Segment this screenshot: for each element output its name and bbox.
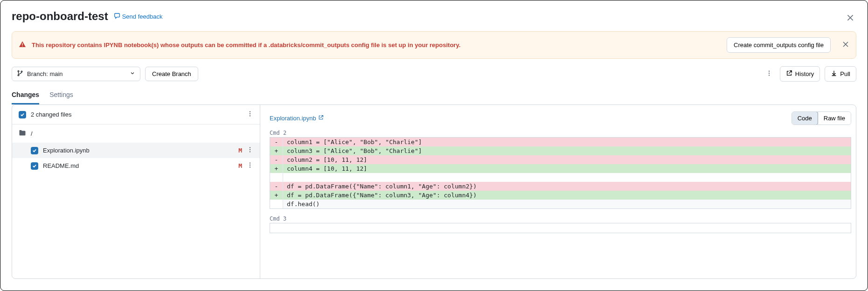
close-dialog-button[interactable] xyxy=(846,14,854,23)
file-row[interactable]: Exploration.ipynb M xyxy=(12,143,260,158)
branch-picker[interactable]: Branch: main xyxy=(12,67,140,81)
open-file-link[interactable]: Exploration.ipynb xyxy=(270,115,324,122)
root-folder-label: / xyxy=(31,130,33,137)
svg-point-6 xyxy=(769,73,770,74)
folder-icon xyxy=(19,129,26,138)
git-branch-icon xyxy=(17,70,23,78)
file-checkbox[interactable] xyxy=(31,162,38,170)
create-branch-button[interactable]: Create Branch xyxy=(145,67,198,81)
file-row[interactable]: README.md M xyxy=(12,158,260,173)
diff-line: -column1 = ["Alice", "Bob", "Charlie"] xyxy=(270,138,851,146)
kebab-icon xyxy=(247,111,253,117)
diff-line: +column4 = [10, 11, 12] xyxy=(270,164,851,173)
svg-point-5 xyxy=(769,70,770,71)
file-status-badge: M xyxy=(238,147,242,154)
history-button[interactable]: History xyxy=(780,66,820,82)
history-label: History xyxy=(795,70,814,77)
diff-line: +df = pd.DataFrame({"Name": column3, "Ag… xyxy=(270,191,851,200)
svg-point-9 xyxy=(250,113,250,114)
file-checkbox[interactable] xyxy=(31,147,38,154)
comment-icon xyxy=(114,13,120,21)
external-link-icon xyxy=(786,70,792,78)
diff-line: df.head() xyxy=(270,200,851,208)
kebab-icon xyxy=(766,70,772,76)
diff-line: +column3 = ["Alice", "Bob", "Charlie"] xyxy=(270,146,851,155)
file-more-button[interactable] xyxy=(247,162,253,170)
svg-point-13 xyxy=(250,151,250,152)
file-status-badge: M xyxy=(238,162,242,169)
create-commit-outputs-button[interactable]: Create commit_outputs config file xyxy=(727,37,831,53)
open-file-label: Exploration.ipynb xyxy=(270,115,316,122)
cmd-label: Cmd 3 xyxy=(270,215,851,222)
svg-rect-1 xyxy=(22,46,22,46)
banner-close-button[interactable] xyxy=(842,41,849,49)
tab-changes[interactable]: Changes xyxy=(12,88,39,104)
diff-line xyxy=(270,173,851,182)
sidebar-more-button[interactable] xyxy=(247,111,253,118)
svg-point-16 xyxy=(250,166,250,167)
warning-icon xyxy=(19,41,26,49)
diff-line: -column2 = [10, 11, 12] xyxy=(270,155,851,164)
chevron-down-icon xyxy=(130,70,135,77)
kebab-icon xyxy=(247,146,253,153)
svg-point-12 xyxy=(250,149,250,150)
svg-point-14 xyxy=(250,162,250,163)
pull-button[interactable]: Pull xyxy=(825,66,856,82)
file-name: Exploration.ipynb xyxy=(43,147,90,154)
send-feedback-label: Send feedback xyxy=(122,13,163,20)
file-more-button[interactable] xyxy=(247,146,253,154)
diff-block: -column1 = ["Alice", "Bob", "Charlie"]+c… xyxy=(270,137,851,209)
diff-line: -df = pd.DataFrame({"Name": column1, "Ag… xyxy=(270,182,851,191)
download-icon xyxy=(831,70,837,78)
branch-label: Branch: main xyxy=(27,70,63,77)
svg-rect-0 xyxy=(22,43,22,46)
kebab-icon xyxy=(247,162,253,168)
view-mode-toggle: Code Raw file xyxy=(792,111,851,125)
check-icon xyxy=(32,148,37,153)
cmd-label: Cmd 2 xyxy=(270,130,851,136)
pull-label: Pull xyxy=(840,70,850,77)
banner-message: This repository contains IPYNB notebook(… xyxy=(32,42,460,48)
tab-settings[interactable]: Settings xyxy=(49,88,73,104)
changed-files-summary: 2 changed files xyxy=(31,111,71,118)
close-icon xyxy=(842,41,849,48)
svg-point-3 xyxy=(18,75,19,76)
close-icon xyxy=(846,14,854,22)
more-actions-button[interactable] xyxy=(763,67,775,81)
diff-block-empty xyxy=(270,223,851,233)
svg-point-11 xyxy=(250,147,250,148)
page-title: repo-onboard-test xyxy=(12,10,108,23)
send-feedback-link[interactable]: Send feedback xyxy=(114,13,163,21)
svg-point-7 xyxy=(769,75,770,76)
svg-point-4 xyxy=(21,71,22,72)
check-icon xyxy=(20,112,25,117)
commit-outputs-banner: This repository contains IPYNB notebook(… xyxy=(12,31,856,59)
view-mode-code[interactable]: Code xyxy=(792,111,818,125)
select-all-checkbox[interactable] xyxy=(19,111,26,118)
svg-point-15 xyxy=(250,165,250,166)
changes-sidebar: 2 changed files / Exploration.ipynb xyxy=(12,105,260,278)
check-icon xyxy=(32,164,37,168)
external-link-icon xyxy=(318,115,324,122)
svg-point-10 xyxy=(250,115,250,116)
svg-point-8 xyxy=(250,111,250,112)
diff-viewer: Exploration.ipynb Code Raw file Cmd 2 -c… xyxy=(260,105,856,278)
file-name: README.md xyxy=(43,162,79,169)
svg-point-2 xyxy=(18,70,19,72)
view-mode-raw[interactable]: Raw file xyxy=(818,112,851,125)
